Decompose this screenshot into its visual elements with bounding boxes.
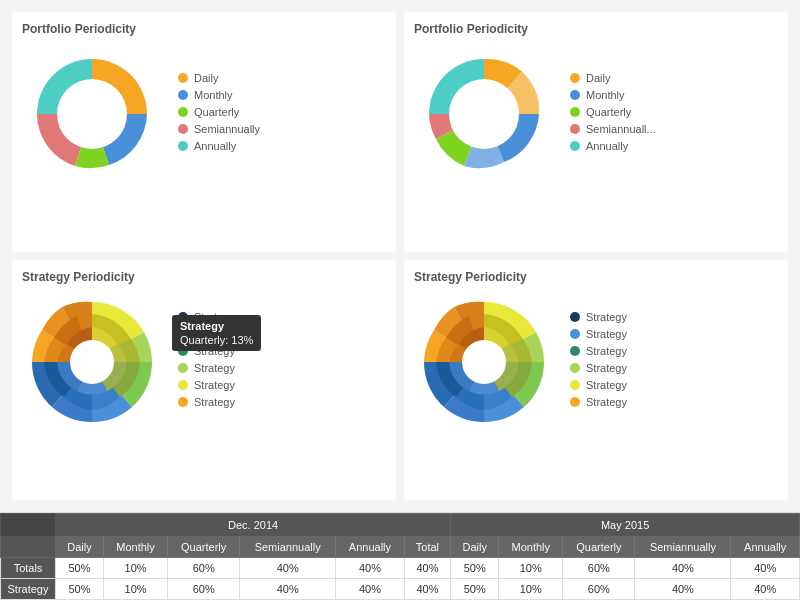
- legend-dot: [570, 73, 580, 83]
- legend-item: Strategy: [178, 379, 235, 391]
- chart-content-4: Strategy Strategy Strategy Strategy: [414, 292, 778, 432]
- row-label-totals: Totals: [1, 558, 56, 579]
- legend-item: Annually: [570, 140, 656, 152]
- legend-label: Strategy: [194, 396, 235, 408]
- tooltip-title: Strategy: [180, 320, 253, 332]
- legend-2: Daily Monthly Quarterly Semiannuall...: [570, 72, 656, 157]
- donut-1: [22, 44, 162, 184]
- cell: 40%: [240, 579, 336, 600]
- legend-label: Strategy: [586, 379, 627, 391]
- legend-4: Strategy Strategy Strategy Strategy: [570, 311, 627, 413]
- legend-dot-annually: [178, 141, 188, 151]
- legend-dot: [570, 397, 580, 407]
- legend-label: Annually: [586, 140, 628, 152]
- cell: 60%: [563, 579, 635, 600]
- chart-content-3: Strategy Strategy Strategy Strategy: [22, 292, 386, 432]
- cell: 40%: [336, 558, 404, 579]
- legend-label-quarterly: Quarterly: [194, 106, 239, 118]
- legend-dot: [570, 380, 580, 390]
- legend-dot: [570, 363, 580, 373]
- legend-item: Strategy: [570, 362, 627, 374]
- legend-item: Strategy: [570, 379, 627, 391]
- cell: 10%: [103, 558, 167, 579]
- legend-label: Semiannuall...: [586, 123, 656, 135]
- tooltip: Strategy Quarterly: 13%: [172, 315, 261, 351]
- legend-dot-quarterly: [178, 107, 188, 117]
- col-header-daily-2: Daily: [451, 537, 499, 558]
- legend-item: Strategy: [570, 311, 627, 323]
- legend-label: Monthly: [586, 89, 625, 101]
- table-row-totals: Totals 50% 10% 60% 40% 40% 40% 50% 10% 6…: [1, 558, 800, 579]
- legend-label: Strategy: [586, 345, 627, 357]
- group-header-dec2014: Dec. 2014: [56, 514, 451, 537]
- cell: 60%: [168, 579, 240, 600]
- legend-label: Strategy: [586, 396, 627, 408]
- table-col-header: Daily Monthly Quarterly Semiannually Ann…: [1, 537, 800, 558]
- cell: 50%: [451, 579, 499, 600]
- chart-title-4: Strategy Periodicity: [414, 270, 778, 284]
- legend-item: Daily: [178, 72, 260, 84]
- legend-item: Quarterly: [178, 106, 260, 118]
- legend-item: Semiannually: [178, 123, 260, 135]
- col-header-total-1: Total: [404, 537, 451, 558]
- data-table-area: Dec. 2014 May 2015 Daily Monthly Quarter…: [0, 512, 800, 600]
- legend-label: Quarterly: [586, 106, 631, 118]
- strategy-chart-1: Strategy Periodicity Strategy Quarterly:…: [12, 260, 396, 500]
- empty-header: [1, 514, 56, 537]
- col-header-empty: [1, 537, 56, 558]
- chart-title-1: Portfolio Periodicity: [22, 22, 386, 36]
- group-header-may2015: May 2015: [451, 514, 800, 537]
- portfolio-chart-2: Portfolio Periodicity: [404, 12, 788, 252]
- col-header-annually-2: Annually: [731, 537, 800, 558]
- legend-item: Annually: [178, 140, 260, 152]
- col-header-monthly-2: Monthly: [499, 537, 563, 558]
- table-group-header: Dec. 2014 May 2015: [1, 514, 800, 537]
- cell: 50%: [56, 579, 104, 600]
- dashboard: Portfolio Periodicity: [0, 0, 800, 600]
- legend-dot-semi: [178, 124, 188, 134]
- legend-label: Strategy: [194, 379, 235, 391]
- cell: 60%: [563, 558, 635, 579]
- legend-label: Strategy: [586, 311, 627, 323]
- legend-dot-daily: [178, 73, 188, 83]
- legend-dot: [570, 141, 580, 151]
- cell: 40%: [635, 579, 731, 600]
- legend-dot: [570, 124, 580, 134]
- legend-dot-monthly: [178, 90, 188, 100]
- cell: 10%: [499, 558, 563, 579]
- legend-label-semi: Semiannually: [194, 123, 260, 135]
- multi-donut-2: [414, 292, 554, 432]
- legend-item: Strategy: [178, 396, 235, 408]
- cell: 40%: [731, 579, 800, 600]
- multi-donut-1: [22, 292, 162, 432]
- chart-title-2: Portfolio Periodicity: [414, 22, 778, 36]
- cell: 10%: [103, 579, 167, 600]
- cell: 60%: [168, 558, 240, 579]
- cell: 40%: [240, 558, 336, 579]
- donut-2: [414, 44, 554, 184]
- legend-item: Strategy: [570, 328, 627, 340]
- legend-dot: [570, 90, 580, 100]
- legend-dot: [178, 397, 188, 407]
- strategy-chart-2: Strategy Periodicity: [404, 260, 788, 500]
- col-header-annually-1: Annually: [336, 537, 404, 558]
- legend-item: Strategy: [570, 396, 627, 408]
- legend-item: Strategy: [570, 345, 627, 357]
- legend-dot: [570, 312, 580, 322]
- legend-label: Daily: [586, 72, 610, 84]
- table-row-strategy: Strategy 50% 10% 60% 40% 40% 40% 50% 10%…: [1, 579, 800, 600]
- cell: 40%: [731, 558, 800, 579]
- legend-dot: [570, 346, 580, 356]
- legend-label: Strategy: [586, 362, 627, 374]
- legend-dot: [570, 329, 580, 339]
- cell: 50%: [451, 558, 499, 579]
- legend-dot: [178, 380, 188, 390]
- svg-point-1: [449, 79, 519, 149]
- col-header-semi-1: Semiannually: [240, 537, 336, 558]
- legend-item: Monthly: [570, 89, 656, 101]
- legend-label: Strategy: [194, 362, 235, 374]
- legend-item: Daily: [570, 72, 656, 84]
- legend-dot: [178, 363, 188, 373]
- svg-point-3: [462, 340, 506, 384]
- col-header-quarterly-2: Quarterly: [563, 537, 635, 558]
